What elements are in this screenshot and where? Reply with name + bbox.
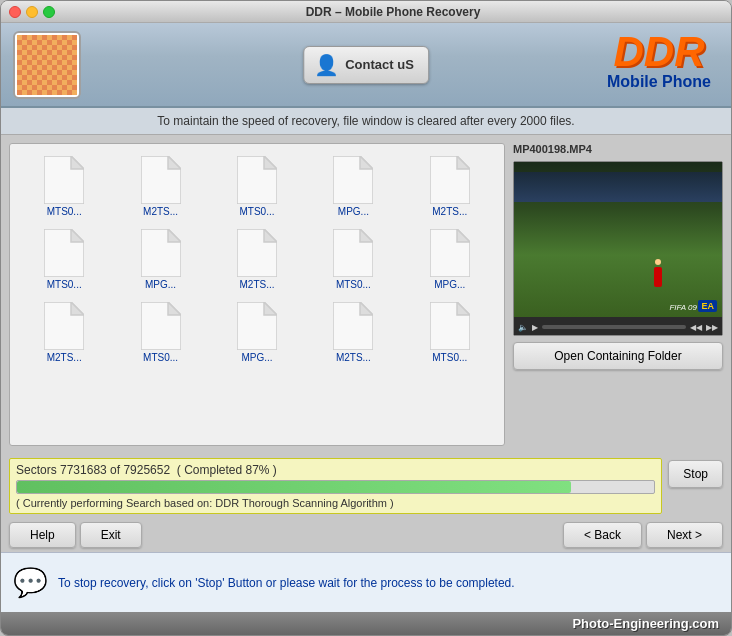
list-item[interactable]: M2TS...: [18, 298, 110, 367]
file-label: M2TS...: [432, 206, 467, 217]
ea-logo: EA: [698, 300, 717, 312]
video-preview: EA FIFA 09 🔈 ▶ ◀◀ ▶▶: [513, 161, 723, 336]
svg-marker-19: [457, 229, 470, 242]
svg-marker-27: [360, 302, 373, 315]
list-item[interactable]: M2TS...: [307, 298, 399, 367]
svg-marker-15: [264, 229, 277, 242]
file-label: MTS0...: [432, 352, 467, 363]
list-item[interactable]: MTS0...: [18, 152, 110, 221]
file-icon: [141, 229, 181, 277]
file-icon: [237, 156, 277, 204]
svg-marker-7: [360, 156, 373, 169]
file-icon: [237, 302, 277, 350]
file-icon: [141, 302, 181, 350]
right-panel: MP400198.MP4 EA FIFA 09 🔈 ▶ ◀◀: [513, 143, 723, 446]
info-chat-icon: 💬: [13, 566, 48, 599]
file-icon: [333, 156, 373, 204]
ddr-logo-block: DDR Mobile Phone: [607, 31, 711, 91]
footer: Photo-Engineering.com: [1, 612, 731, 635]
file-label: MTS0...: [47, 279, 82, 290]
completed-pct: ( Completed 87% ): [177, 463, 277, 477]
file-icon: [333, 302, 373, 350]
content-area: MTS0... M2TS... MTS0... MPG... M2TS...: [1, 135, 731, 454]
fifa-logo: FIFA 09: [669, 303, 697, 312]
file-label: MTS0...: [336, 279, 371, 290]
preview-filename: MP400198.MP4: [513, 143, 723, 155]
main-content: To maintain the speed of recovery, file …: [1, 108, 731, 612]
svg-marker-17: [360, 229, 373, 242]
logo-checker-icon: [17, 35, 77, 95]
exit-button[interactable]: Exit: [80, 522, 142, 548]
list-item[interactable]: MTS0...: [307, 225, 399, 294]
svg-marker-9: [457, 156, 470, 169]
file-label: M2TS...: [239, 279, 274, 290]
playback-bar: [542, 325, 686, 329]
subtitle-text: Mobile Phone: [607, 73, 711, 91]
maximize-button[interactable]: [43, 6, 55, 18]
svg-marker-3: [168, 156, 181, 169]
contact-label: Contact uS: [345, 57, 414, 72]
close-button[interactable]: [9, 6, 21, 18]
sectors-count: Sectors 7731683 of 7925652: [16, 463, 170, 477]
file-icon: [44, 229, 84, 277]
info-bar: 💬 To stop recovery, click on 'Stop' Butt…: [1, 552, 731, 612]
progress-bar-container: [16, 480, 655, 494]
svg-marker-13: [168, 229, 181, 242]
info-text: To stop recovery, click on 'Stop' Button…: [58, 576, 515, 590]
minimize-button[interactable]: [26, 6, 38, 18]
next-button[interactable]: Next >: [646, 522, 723, 548]
file-label: MTS0...: [239, 206, 274, 217]
file-label: MPG...: [145, 279, 176, 290]
svg-marker-23: [168, 302, 181, 315]
scanning-text: ( Currently performing Search based on: …: [16, 497, 655, 509]
list-item[interactable]: MTS0...: [211, 152, 303, 221]
svg-marker-25: [264, 302, 277, 315]
header: 👤 Contact uS DDR Mobile Phone: [1, 23, 731, 108]
status-area: Sectors 7731683 of 7925652 ( Completed 8…: [1, 454, 731, 518]
list-item[interactable]: MTS0...: [404, 298, 496, 367]
file-label: MTS0...: [47, 206, 82, 217]
file-grid[interactable]: MTS0... M2TS... MTS0... MPG... M2TS...: [9, 143, 505, 446]
list-item[interactable]: M2TS...: [114, 152, 206, 221]
file-icon: [430, 302, 470, 350]
progress-container: Sectors 7731683 of 7925652 ( Completed 8…: [9, 458, 723, 514]
help-button[interactable]: Help: [9, 522, 76, 548]
list-item[interactable]: MPG...: [114, 225, 206, 294]
nav-right-group: < Back Next >: [563, 522, 723, 548]
file-icon: [141, 156, 181, 204]
list-item[interactable]: MPG...: [307, 152, 399, 221]
svg-marker-29: [457, 302, 470, 315]
list-item[interactable]: MPG...: [211, 298, 303, 367]
contact-person-icon: 👤: [314, 53, 339, 77]
file-label: MTS0...: [143, 352, 178, 363]
ddr-logo-text: DDR: [607, 31, 711, 73]
file-icon: [430, 229, 470, 277]
notice-bar: To maintain the speed of recovery, file …: [1, 108, 731, 135]
traffic-lights: [9, 6, 55, 18]
main-window: DDR – Mobile Phone Recovery 👤 Contact uS…: [0, 0, 732, 636]
footer-label: Photo-Engineering.com: [572, 616, 719, 631]
app-logo: [13, 31, 81, 99]
file-label: M2TS...: [143, 206, 178, 217]
titlebar: DDR – Mobile Phone Recovery: [1, 1, 731, 23]
list-item[interactable]: M2TS...: [404, 152, 496, 221]
progress-info: Sectors 7731683 of 7925652 ( Completed 8…: [9, 458, 662, 514]
contact-button[interactable]: 👤 Contact uS: [303, 46, 429, 84]
back-button[interactable]: < Back: [563, 522, 642, 548]
svg-marker-11: [71, 229, 84, 242]
open-containing-folder-button[interactable]: Open Containing Folder: [513, 342, 723, 370]
stop-button[interactable]: Stop: [668, 460, 723, 488]
svg-marker-1: [71, 156, 84, 169]
list-item[interactable]: M2TS...: [211, 225, 303, 294]
list-item[interactable]: MPG...: [404, 225, 496, 294]
skip-forward-icon: ▶▶: [706, 323, 718, 332]
file-label: M2TS...: [47, 352, 82, 363]
list-item[interactable]: MTS0...: [18, 225, 110, 294]
file-icon: [44, 302, 84, 350]
file-label: MPG...: [434, 279, 465, 290]
window-title: DDR – Mobile Phone Recovery: [63, 5, 723, 19]
file-icon: [333, 229, 373, 277]
play-icon: ▶: [532, 323, 538, 332]
progress-bar-fill: [17, 481, 571, 493]
list-item[interactable]: MTS0...: [114, 298, 206, 367]
